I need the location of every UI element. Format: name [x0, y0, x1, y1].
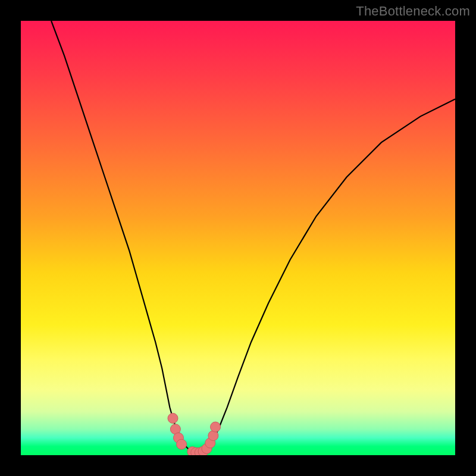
- marker-point: [168, 413, 178, 423]
- chart-frame: TheBottleneck.com: [0, 0, 476, 476]
- plot-area: [21, 21, 455, 455]
- left-branch-curve: [51, 21, 195, 453]
- right-branch-curve: [203, 99, 455, 453]
- marker-point: [211, 422, 221, 432]
- curve-layer: [21, 21, 455, 455]
- highlight-markers: [168, 413, 221, 455]
- marker-point: [177, 439, 187, 449]
- watermark-text: TheBottleneck.com: [356, 4, 470, 19]
